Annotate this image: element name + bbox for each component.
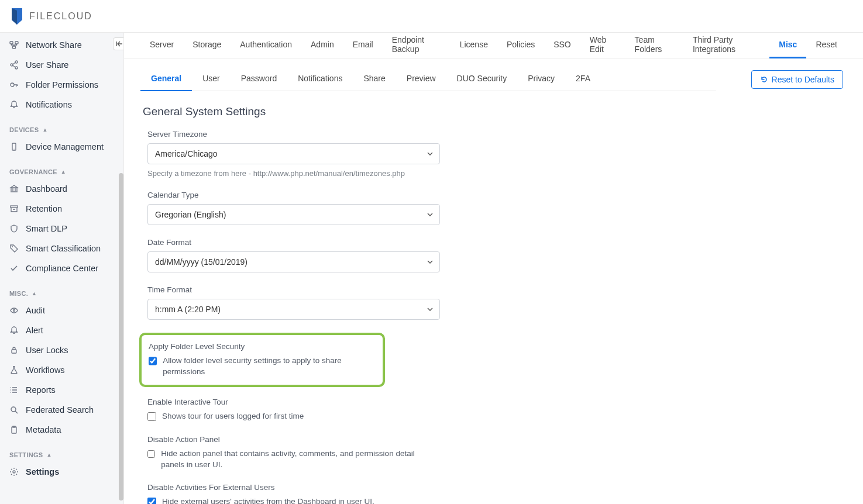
sidebar-scrollbar[interactable] [119,173,123,500]
logo[interactable]: FILECLOUD [9,7,92,26]
top-tab-misc[interactable]: Misc [769,33,806,58]
timeformat-select[interactable]: h:mm A (2:20 PM) [147,299,440,320]
sub-tabs: GeneralUserPasswordNotificationsSharePre… [140,68,716,91]
sub-tab-share[interactable]: Share [353,68,396,91]
svg-point-8 [13,149,14,149]
sidebar-item-user-locks[interactable]: User Locks [0,340,123,360]
sidebar-item-label: Reports [26,385,56,395]
timezone-select[interactable]: America/Chicago [147,143,440,164]
eye-icon [9,306,19,315]
folder-security-checkbox[interactable] [149,357,157,365]
disable-action-checkbox[interactable] [147,450,155,458]
timeformat-label: Time Format [147,285,440,294]
sub-tab-privacy[interactable]: Privacy [517,68,565,91]
timezone-hint: Specify a timezone from here - http://ww… [147,169,440,178]
field-disable-activities: Disable Activities For External Users Hi… [147,483,440,504]
sidebar-heading-settings[interactable]: SETTINGS▲ [0,446,123,462]
field-server-timezone: Server Timezone America/Chicago Specify … [147,130,440,178]
svg-point-4 [11,64,13,66]
tag-icon [9,244,19,253]
svg-point-6 [11,83,14,87]
dateformat-label: Date Format [147,238,440,247]
top-tab-license[interactable]: License [451,33,497,58]
svg-point-3 [15,61,18,63]
top-tab-reset[interactable]: Reset [806,33,847,58]
sidebar-item-label: Compliance Center [26,264,98,273]
calendar-select[interactable]: Gregorian (English) [147,204,440,225]
sidebar-item-smart-classification[interactable]: Smart Classification [0,239,123,258]
reset-to-defaults-button[interactable]: Reset to Defaults [751,70,843,89]
sidebar-item-federated-search[interactable]: Federated Search [0,400,123,420]
sidebar-item-notifications[interactable]: Notifications [0,95,123,115]
sidebar-item-label: Metadata [26,425,61,434]
sidebar-heading-governance[interactable]: GOVERNANCE▲ [0,163,123,179]
top-tab-storage[interactable]: Storage [183,33,231,58]
interactive-tour-checkbox[interactable] [147,412,156,421]
sidebar-item-device-management[interactable]: Device Management [0,137,123,157]
calendar-label: Calendar Type [147,191,440,199]
sidebar-item-label: User Locks [26,346,68,355]
sub-tab-2fa[interactable]: 2FA [565,68,601,91]
dateformat-select[interactable]: dd/MM/yyyy (15/01/2019) [147,251,440,272]
sidebar-item-label: Settings [26,467,59,477]
sidebar-item-audit[interactable]: Audit [0,301,123,320]
sidebar-item-retention[interactable]: Retention [0,199,123,219]
top-tab-web-edit[interactable]: Web Edit [580,33,625,58]
sidebar-item-metadata[interactable]: Metadata [0,420,123,440]
disable-activities-label: Disable Activities For External Users [147,483,440,492]
lock-icon [9,346,19,355]
sub-tab-preview[interactable]: Preview [396,68,446,91]
sub-tab-general[interactable]: General [140,68,192,91]
chevron-up-icon: ▲ [61,169,66,175]
sidebar-item-user-share[interactable]: User Share [0,55,123,75]
top-tab-email[interactable]: Email [343,33,383,58]
sub-tab-duo-security[interactable]: DUO Security [446,68,518,91]
top-tab-server[interactable]: Server [140,33,183,58]
sidebar-item-label: Notifications [26,100,72,109]
sidebar-item-label: Folder Permissions [26,80,98,89]
sidebar-item-smart-dlp[interactable]: Smart DLP [0,219,123,239]
sidebar-item-dashboard[interactable]: Dashboard [0,179,123,199]
top-tab-sso[interactable]: SSO [544,33,580,58]
search-icon [9,405,19,415]
sidebar-item-folder-permissions[interactable]: Folder Permissions [0,75,123,95]
sidebar-heading-misc[interactable]: MISC.▲ [0,284,123,301]
sub-tab-notifications[interactable]: Notifications [287,68,353,91]
network-icon [9,40,19,50]
flask-icon [9,365,19,375]
main: ServerStorageAuthenticationAdminEmailEnd… [124,33,863,504]
field-interactive-tour: Enable Interactive Tour Shows tour for u… [147,398,440,422]
sidebar-heading-devices[interactable]: DEVICES▲ [0,120,123,137]
highlighted-folder-security: Apply Folder Level Security Allow folder… [139,333,385,387]
field-disable-action-panel: Disable Action Panel Hide action panel t… [147,435,440,471]
sidebar-item-settings[interactable]: Settings [0,462,123,482]
folder-security-checkbox-label: Allow folder level security settings to … [163,355,376,378]
folder-security-label: Apply Folder Level Security [149,342,376,351]
svg-point-16 [13,471,15,473]
clipboard-icon [9,425,19,434]
top-tab-policies[interactable]: Policies [497,33,544,58]
sidebar-item-workflows[interactable]: Workflows [0,360,123,380]
top-tab-third-party-integrations[interactable]: Third Party Integrations [683,33,769,58]
top-tab-team-folders[interactable]: Team Folders [625,33,683,58]
sidebar-item-alert[interactable]: Alert [0,320,123,340]
content: General System Settings Server Timezone … [124,91,863,504]
disable-activities-checkbox[interactable] [147,498,156,504]
sidebar-item-label: Smart Classification [26,244,101,253]
sidebar-item-reports[interactable]: Reports [0,380,123,400]
sub-tab-password[interactable]: Password [231,68,287,91]
chevron-up-icon: ▲ [42,127,47,133]
disable-action-checkbox-label: Hide action panel that contains activity… [161,448,440,471]
sidebar-item-compliance-center[interactable]: Compliance Center [0,258,123,278]
top-tab-endpoint-backup[interactable]: Endpoint Backup [383,33,451,58]
sidebar-item-network-share[interactable]: Network Share [0,35,123,55]
device-icon [9,142,19,151]
top-tab-admin[interactable]: Admin [301,33,343,58]
sidebar-item-label: Device Management [26,142,104,151]
top-tab-authentication[interactable]: Authentication [231,33,301,58]
sidebar-item-label: Network Share [26,40,82,50]
sub-tab-user[interactable]: User [192,68,231,91]
sidebar-collapse-button[interactable] [113,37,124,50]
chevron-up-icon: ▲ [32,291,37,296]
shield-icon [9,224,19,233]
